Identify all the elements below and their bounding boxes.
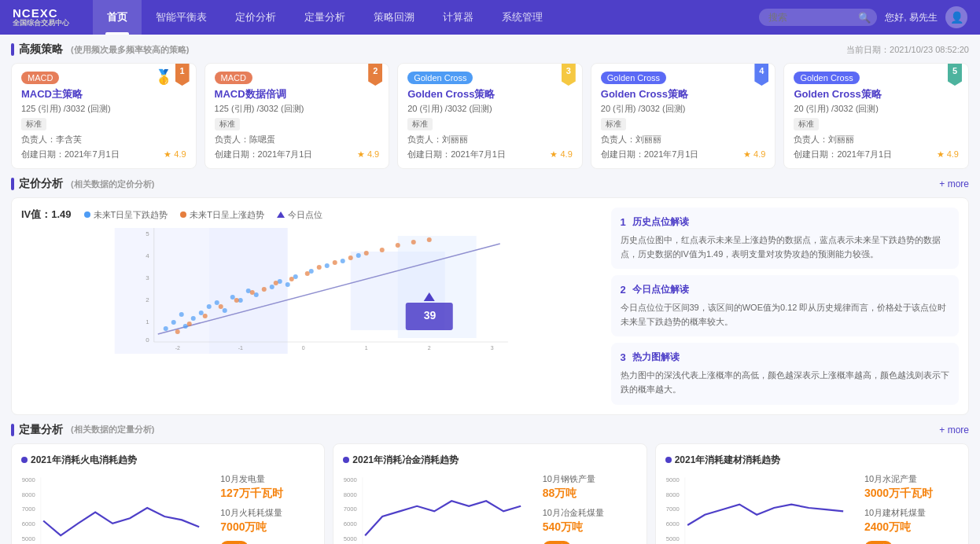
svg-text:8000: 8000 bbox=[665, 491, 679, 498]
card-rating-1: ★ 4.9 bbox=[164, 149, 186, 160]
quant-more-link[interactable]: + more bbox=[939, 425, 969, 436]
svg-text:0: 0 bbox=[146, 336, 149, 344]
svg-point-22 bbox=[183, 324, 188, 329]
logo-text-top: NCEXC bbox=[13, 7, 69, 20]
nav-item-home[interactable]: 首页 bbox=[93, 0, 142, 35]
pricing-card: IV值：1.49 未来T日呈下跌趋势 未来T日呈上涨趋势 今日点位 bbox=[11, 197, 969, 415]
card-person-3: 负责人：刘丽丽 bbox=[407, 134, 573, 145]
svg-text:8000: 8000 bbox=[22, 491, 35, 498]
card-title-2: MACD数据倍调 bbox=[215, 87, 380, 101]
quant-card-title-1: 2021年消耗火电消耗趋势 bbox=[21, 454, 315, 467]
legend-label-up: 未来T日呈上涨趋势 bbox=[190, 209, 264, 221]
stat-label-2b: 10月冶金耗煤量 bbox=[543, 507, 637, 519]
stat-value-2a: 88万吨 bbox=[543, 487, 637, 501]
quant-dot-1 bbox=[21, 457, 28, 463]
nav-item-quant[interactable]: 定量分析 bbox=[290, 0, 359, 35]
svg-text:6000: 6000 bbox=[344, 520, 357, 527]
svg-point-51 bbox=[333, 260, 337, 265]
quant-chart-2: 9000 8000 7000 6000 5000 4000 2021-01 20… bbox=[343, 473, 534, 544]
stat-value-1a: 127万千瓦时 bbox=[220, 487, 315, 501]
pricing-title-text: 定价分析 bbox=[19, 177, 63, 191]
forecast-badge-3: 预计 bbox=[864, 541, 893, 544]
nav-item-strategy[interactable]: 策略回溯 bbox=[359, 0, 429, 35]
card-params-5: 20 (引用) /3032 (回测) bbox=[794, 103, 959, 115]
ribbon-num-4: 4 bbox=[759, 66, 764, 75]
svg-point-54 bbox=[380, 248, 385, 252]
scatter-plot-svg: 5 4 3 2 1 0 -2 -1 0 1 2 3 bbox=[21, 228, 602, 354]
panel-text-3: 热力图中的深浅代表上涨概率的高低，颜色越深表示上涨概率越高，颜色越浅则表示下跌的… bbox=[621, 369, 950, 396]
pricing-subtitle: (相关数据的定价分析) bbox=[71, 178, 154, 190]
card-params-3: 20 (引用) /3032 (回测) bbox=[407, 103, 573, 115]
svg-point-45 bbox=[250, 290, 255, 295]
strategy-card-3: 3 Golden Cross Golden Cross策略 20 (引用) /3… bbox=[397, 63, 583, 169]
legend-today: 今日点位 bbox=[277, 209, 322, 221]
avatar[interactable]: 👤 bbox=[945, 6, 967, 28]
quant-stats-3: 10月水泥产量 3000万千瓦时 10月建材耗煤量 2400万吨 预计 11月耗… bbox=[864, 473, 959, 544]
svg-text:1: 1 bbox=[365, 345, 368, 351]
svg-point-43 bbox=[219, 304, 223, 309]
svg-point-24 bbox=[199, 311, 204, 315]
strategy-card-4: 4 Golden Cross Golden Cross策略 20 (引用) /3… bbox=[591, 63, 776, 169]
svg-point-31 bbox=[254, 292, 259, 297]
high-freq-header: 高频策略 (使用频次最多频率较高的策略) 当前日期：2021/10/23 08:… bbox=[11, 42, 969, 57]
card-rating-5: ★ 4.9 bbox=[937, 149, 959, 160]
panel-text-2: 今日点位位于区间39，该区间的WOE值为0.12 即从历史规律而言，价格处于该点… bbox=[621, 301, 950, 329]
svg-text:5000: 5000 bbox=[344, 535, 357, 542]
card-date-row-4: 创建日期：2021年7月1日 ★ 4.9 bbox=[601, 149, 766, 160]
quant-card-title-3: 2021年消耗建材消耗趋势 bbox=[665, 454, 959, 467]
nav-item-calculator[interactable]: 计算器 bbox=[429, 0, 488, 35]
panel-num-3: 3 bbox=[621, 351, 626, 363]
ribbon-4: 4 bbox=[754, 64, 768, 86]
ribbon-5: 5 bbox=[948, 64, 962, 86]
legend-dot-down bbox=[84, 211, 90, 218]
svg-text:8000: 8000 bbox=[344, 491, 357, 498]
main-content: 高频策略 (使用频次最多频率较高的策略) 当前日期：2021/10/23 08:… bbox=[0, 35, 980, 544]
quant-inner-3: 9000 8000 7000 6000 5000 4000 300- 2021-… bbox=[665, 473, 959, 544]
pricing-section-wrap: 定价分析 (相关数据的定价分析) + more IV值：1.49 未来T日呈下跌… bbox=[11, 177, 969, 415]
svg-text:39: 39 bbox=[424, 309, 437, 322]
legend-triangle-today bbox=[277, 211, 285, 218]
nav-item-pricing[interactable]: 定价分析 bbox=[221, 0, 290, 35]
nav-item-admin[interactable]: 系统管理 bbox=[488, 0, 557, 35]
card-date-row-1: 创建日期：2021年7月1日 ★ 4.9 bbox=[21, 149, 186, 160]
logo: NCEXC 全国综合交易中心 bbox=[13, 7, 69, 28]
stat-value-3b: 2400万吨 bbox=[864, 520, 959, 535]
nav-item-balance[interactable]: 智能平衡表 bbox=[142, 0, 221, 35]
card-params-2: 125 (引用) /3032 (回测) bbox=[215, 103, 380, 115]
panel-title-text-3: 热力图解读 bbox=[632, 351, 680, 364]
svg-point-53 bbox=[364, 251, 369, 255]
card-rating-4: ★ 4.9 bbox=[743, 149, 765, 160]
quant-title-bar bbox=[11, 424, 14, 436]
svg-point-37 bbox=[325, 263, 330, 268]
quant-subtitle: (相关数据的定量分析) bbox=[71, 424, 154, 436]
card-date-row-5: 创建日期：2021年7月1日 ★ 4.9 bbox=[794, 149, 959, 160]
card-tag-3: 标准 bbox=[407, 118, 433, 130]
svg-point-19 bbox=[164, 326, 168, 331]
legend-up: 未来T日呈上涨趋势 bbox=[180, 209, 264, 221]
svg-text:7000: 7000 bbox=[665, 505, 679, 513]
svg-text:1: 1 bbox=[146, 318, 149, 325]
svg-text:2: 2 bbox=[428, 345, 431, 351]
medal-wrap-1: 🥇 bbox=[155, 68, 172, 86]
svg-rect-0 bbox=[115, 228, 209, 354]
card-tag-5: 标准 bbox=[794, 118, 819, 130]
svg-text:5000: 5000 bbox=[665, 535, 679, 542]
quant-chart-1: 9000 8000 7000 6000 5000 4000 2021-01 20… bbox=[21, 473, 212, 544]
svg-text:2: 2 bbox=[146, 296, 149, 303]
card-person-5: 负责人：刘丽丽 bbox=[794, 134, 959, 145]
svg-text:-2: -2 bbox=[175, 345, 180, 351]
quant-chart-3: 9000 8000 7000 6000 5000 4000 300- 2021-… bbox=[665, 473, 857, 544]
stat-label-1a: 10月发电量 bbox=[220, 473, 315, 485]
strategy-card-1: 🥇 1 MACD MACD主策略 125 (引用) /3032 (回测) 标准 … bbox=[11, 63, 197, 169]
pricing-more-link[interactable]: + more bbox=[939, 178, 969, 189]
svg-point-40 bbox=[175, 329, 180, 334]
card-title-3: Golden Cross策略 bbox=[407, 87, 573, 101]
legend-label-today: 今日点位 bbox=[288, 209, 322, 221]
quant-title-label-2: 2021年消耗冶金消耗趋势 bbox=[352, 454, 459, 467]
stat-label-3b: 10月建材耗煤量 bbox=[864, 507, 959, 519]
svg-text:3: 3 bbox=[146, 274, 149, 281]
svg-point-32 bbox=[270, 285, 274, 289]
svg-point-57 bbox=[427, 237, 432, 242]
card-title-1: MACD主策略 bbox=[21, 87, 186, 101]
pricing-title: 定价分析 (相关数据的定价分析) bbox=[11, 177, 154, 191]
